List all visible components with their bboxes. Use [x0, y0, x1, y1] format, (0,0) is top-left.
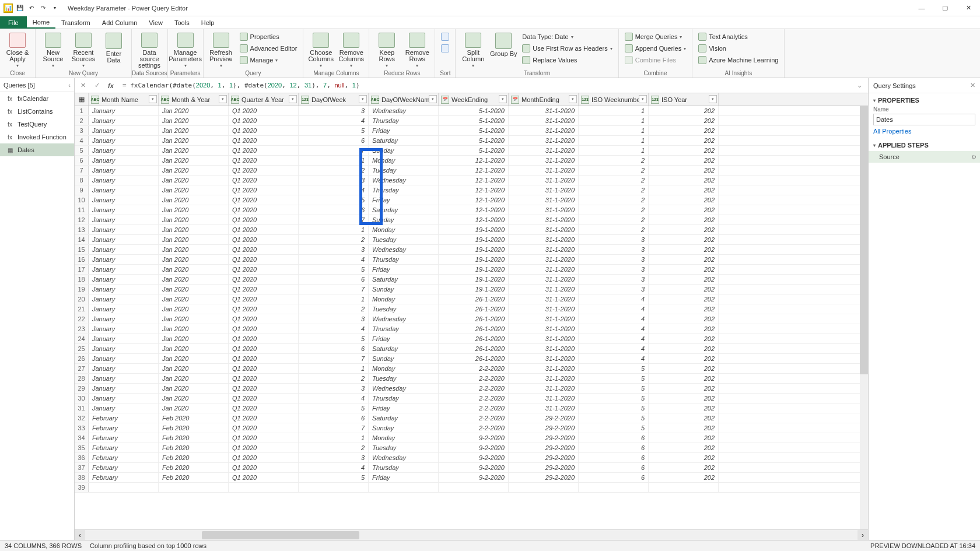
filter-icon[interactable]: ▾: [569, 95, 577, 103]
cell-iy[interactable]: 202: [649, 344, 719, 353]
cell-me[interactable]: 31-1-2020: [509, 304, 579, 314]
cell-iw[interactable]: 6: [579, 433, 649, 443]
cell-dn[interactable]: Thursday: [369, 394, 439, 403]
type-icon[interactable]: 📅: [511, 96, 519, 104]
table-row[interactable]: 25JanuaryJan 2020Q1 20206Saturday26-1-20…: [75, 344, 868, 354]
cell-dw[interactable]: 6: [299, 413, 369, 423]
cell-mn[interactable]: January: [89, 185, 159, 195]
cell-we[interactable]: 5-1-2020: [439, 116, 509, 125]
row-number[interactable]: 12: [75, 215, 89, 224]
cell-iw[interactable]: 1: [579, 116, 649, 125]
cell-mn[interactable]: January: [89, 403, 159, 413]
cell-dn[interactable]: Wednesday: [369, 245, 439, 254]
cell-me[interactable]: 31-1-2020: [509, 185, 579, 195]
row-number[interactable]: 17: [75, 265, 89, 274]
cell-qy[interactable]: Q1 2020: [229, 285, 299, 294]
filter-icon[interactable]: ▾: [499, 95, 507, 103]
cell-dn[interactable]: Wednesday: [369, 176, 439, 185]
cell-we[interactable]: 12-1-2020: [439, 156, 509, 165]
cell-iy[interactable]: 202: [649, 324, 719, 334]
cell-iw[interactable]: 2: [579, 176, 649, 185]
cell-iw[interactable]: 5: [579, 423, 649, 433]
cell-dw[interactable]: 1: [299, 294, 369, 304]
close-apply-button[interactable]: Close & Apply: [4, 31, 32, 69]
cell-iy[interactable]: 202: [649, 453, 719, 462]
cell-mn[interactable]: January: [89, 374, 159, 383]
row-number[interactable]: 29: [75, 384, 89, 393]
remove-columns-button[interactable]: Remove Columns: [337, 31, 365, 69]
cell-dn[interactable]: Friday: [369, 334, 439, 343]
cell-iy[interactable]: 202: [649, 255, 719, 264]
cell-we[interactable]: 19-1-2020: [439, 225, 509, 234]
cell-me[interactable]: 31-1-2020: [509, 116, 579, 125]
cell-dw[interactable]: 1: [299, 225, 369, 234]
choose-columns-button[interactable]: Choose Columns: [307, 31, 335, 69]
cell-iw[interactable]: 2: [579, 215, 649, 224]
table-row[interactable]: 21JanuaryJan 2020Q1 20202Tuesday26-1-202…: [75, 304, 868, 314]
cell-iy[interactable]: 202: [649, 126, 719, 135]
cell-qy[interactable]: Q1 2020: [229, 364, 299, 373]
horizontal-scrollbar[interactable]: ‹ ›: [75, 529, 868, 540]
table-row[interactable]: 7JanuaryJan 2020Q1 20202Tuesday12-1-2020…: [75, 166, 868, 176]
cell-dn[interactable]: Sunday: [369, 215, 439, 224]
cell-my[interactable]: Jan 2020: [159, 364, 229, 373]
cell-dw[interactable]: [299, 483, 369, 492]
cell-iy[interactable]: 202: [649, 156, 719, 165]
cell-dn[interactable]: Monday: [369, 156, 439, 165]
data-type-button[interactable]: Data Type: Date: [520, 31, 614, 42]
refresh-preview-button[interactable]: Refresh Preview: [207, 31, 235, 69]
merge-queries-button[interactable]: Merge Queries: [622, 31, 689, 42]
table-row[interactable]: 5JanuaryJan 2020Q1 20207Sunday5-1-202031…: [75, 146, 868, 156]
cell-iw[interactable]: 3: [579, 285, 649, 294]
query-item[interactable]: fxListContains: [0, 105, 74, 118]
cell-iw[interactable]: 3: [579, 235, 649, 244]
cell-dw[interactable]: 7: [299, 215, 369, 224]
cell-my[interactable]: Jan 2020: [159, 166, 229, 175]
cell-qy[interactable]: Q1 2020: [229, 473, 299, 482]
cell-qy[interactable]: Q1 2020: [229, 195, 299, 205]
cell-iy[interactable]: [649, 483, 719, 492]
cell-we[interactable]: 12-1-2020: [439, 195, 509, 205]
row-number[interactable]: 37: [75, 463, 89, 472]
cell-we[interactable]: 26-1-2020: [439, 354, 509, 363]
minimize-button[interactable]: —: [910, 0, 933, 16]
cell-me[interactable]: 31-1-2020: [509, 146, 579, 155]
cell-we[interactable]: 26-1-2020: [439, 314, 509, 324]
cell-qy[interactable]: Q1 2020: [229, 433, 299, 443]
row-number[interactable]: 1: [75, 106, 89, 115]
cell-dn[interactable]: Saturday: [369, 205, 439, 215]
table-row[interactable]: 10JanuaryJan 2020Q1 20205Friday12-1-2020…: [75, 195, 868, 205]
table-row[interactable]: 37FebruaryFeb 2020Q1 20204Thursday9-2-20…: [75, 463, 868, 473]
table-row[interactable]: 19JanuaryJan 2020Q1 20207Sunday19-1-2020…: [75, 285, 868, 294]
cell-iw[interactable]: 5: [579, 394, 649, 403]
cell-qy[interactable]: Q1 2020: [229, 413, 299, 423]
cell-dw[interactable]: 7: [299, 423, 369, 433]
cell-my[interactable]: Jan 2020: [159, 314, 229, 324]
table-row[interactable]: 12JanuaryJan 2020Q1 20207Sunday12-1-2020…: [75, 215, 868, 225]
row-number[interactable]: 2: [75, 116, 89, 125]
tab-add-column[interactable]: Add Column: [96, 16, 144, 29]
cell-dw[interactable]: 4: [299, 394, 369, 403]
cell-dn[interactable]: Friday: [369, 126, 439, 135]
cell-dn[interactable]: Wednesday: [369, 384, 439, 393]
cell-dn[interactable]: Sunday: [369, 423, 439, 433]
cell-me[interactable]: 31-1-2020: [509, 215, 579, 224]
row-number[interactable]: 26: [75, 354, 89, 363]
table-row[interactable]: 16JanuaryJan 2020Q1 20204Thursday19-1-20…: [75, 255, 868, 265]
sort-asc-button[interactable]: [439, 31, 452, 42]
row-number[interactable]: 5: [75, 146, 89, 155]
cell-we[interactable]: 12-1-2020: [439, 185, 509, 195]
cell-mn[interactable]: February: [89, 463, 159, 472]
cell-my[interactable]: Jan 2020: [159, 106, 229, 115]
cell-mn[interactable]: January: [89, 324, 159, 334]
cell-iw[interactable]: 5: [579, 413, 649, 423]
cell-mn[interactable]: January: [89, 106, 159, 115]
cell-dw[interactable]: 4: [299, 463, 369, 472]
azure-ml-button[interactable]: Azure Machine Learning: [696, 55, 780, 65]
cell-iw[interactable]: 4: [579, 334, 649, 343]
cell-mn[interactable]: February: [89, 453, 159, 462]
query-item[interactable]: fxfxCalendar: [0, 92, 74, 105]
query-name-input[interactable]: [873, 114, 975, 125]
append-queries-button[interactable]: Append Queries: [622, 43, 689, 54]
cell-qy[interactable]: Q1 2020: [229, 403, 299, 413]
